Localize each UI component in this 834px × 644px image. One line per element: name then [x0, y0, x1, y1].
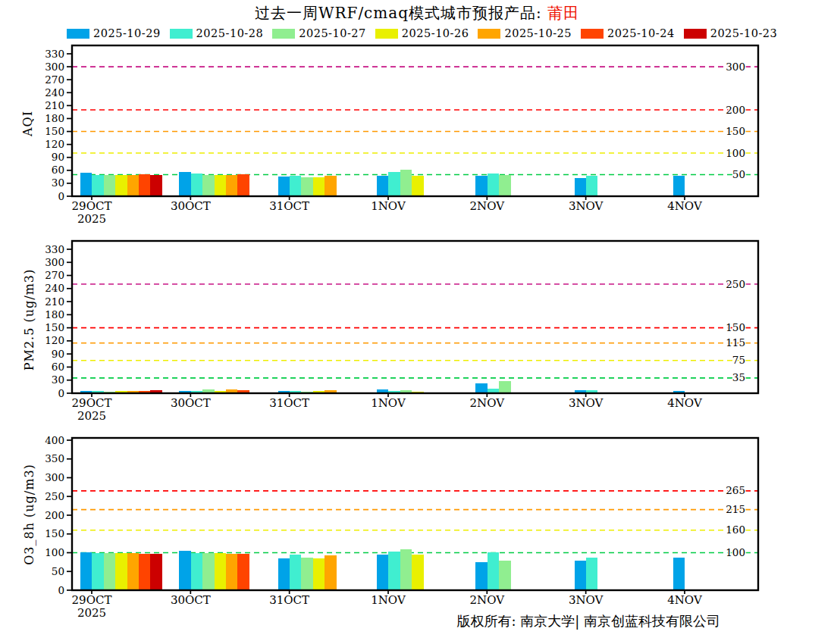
- bar-2025-10-25-29OCT: [127, 175, 139, 196]
- bar-2025-10-24-30OCT: [237, 174, 249, 196]
- ref-line-value: 150: [726, 321, 745, 333]
- ref-line-value: 250: [726, 278, 745, 290]
- bar-2025-10-27-2NOV: [499, 175, 510, 196]
- y-tick-label: 90: [52, 348, 64, 360]
- y-tick-label: 120: [45, 138, 64, 150]
- bar-2025-10-26-31OCT: [313, 558, 325, 590]
- ref-line-value: 35: [732, 371, 745, 383]
- y-tick-label: 30: [52, 374, 64, 386]
- bar-2025-10-25-31OCT: [325, 176, 336, 196]
- panel-pm2.5: 030609012015018021024027030033029OCT2025…: [22, 241, 758, 423]
- ref-line-value: 160: [726, 524, 745, 536]
- bar-2025-10-23-29OCT: [150, 554, 161, 590]
- y-tick-label: 120: [45, 334, 64, 346]
- copyright-text: 版权所有: 南京大学| 南京创蓝科技有限公司: [456, 612, 720, 630]
- bar-2025-10-28-1NOV: [388, 552, 400, 590]
- bar-2025-10-27-1NOV: [400, 170, 412, 196]
- ref-line-value: 100: [726, 147, 745, 159]
- bar-2025-10-29-2NOV: [475, 562, 487, 590]
- y-tick-label: 0: [58, 584, 64, 596]
- bar-2025-10-27-30OCT: [202, 175, 214, 196]
- y-tick-label: 400: [45, 434, 64, 446]
- bar-2025-10-28-31OCT: [290, 555, 301, 590]
- y-axis-title: O3_8h (ug/m3): [22, 464, 36, 565]
- x-tick-label: 3NOV: [569, 396, 604, 410]
- bar-2025-10-25-31OCT: [325, 555, 336, 590]
- x-tick-label: 31OCT: [269, 593, 309, 607]
- bar-2025-10-29-3NOV: [575, 561, 586, 590]
- y-tick-label: 240: [45, 86, 64, 98]
- x-tick-label: 30OCT: [171, 199, 211, 213]
- bar-2025-10-26-1NOV: [412, 176, 423, 196]
- plot-border: [72, 241, 758, 393]
- x-tick-label: 1NOV: [371, 396, 406, 410]
- bar-2025-10-29-1NOV: [377, 176, 388, 196]
- bar-2025-10-27-31OCT: [301, 558, 312, 590]
- x-tick-label: 3NOV: [569, 199, 604, 213]
- bar-2025-10-27-2NOV: [499, 381, 510, 393]
- y-tick-label: 180: [45, 308, 64, 320]
- bar-2025-10-24-29OCT: [139, 554, 150, 590]
- bar-2025-10-28-2NOV: [488, 174, 499, 196]
- y-tick-label: 250: [45, 490, 64, 502]
- y-tick-label: 210: [45, 99, 64, 111]
- y-tick-label: 330: [45, 243, 64, 255]
- bar-2025-10-26-30OCT: [215, 175, 226, 196]
- y-tick-label: 150: [45, 321, 64, 333]
- y-tick-label: 60: [52, 164, 64, 176]
- ref-line-value: 50: [732, 168, 745, 180]
- bar-2025-10-27-1NOV: [400, 549, 412, 590]
- y-tick-label: 300: [45, 61, 64, 73]
- y-tick-label: 150: [45, 527, 64, 539]
- bar-2025-10-29-29OCT: [80, 552, 92, 590]
- x-tick-label: 4NOV: [667, 396, 703, 410]
- bar-2025-10-29-3NOV: [575, 178, 586, 196]
- y-tick-label: 270: [45, 269, 64, 281]
- ref-line-value: 100: [726, 546, 745, 558]
- bar-2025-10-29-2NOV: [475, 383, 487, 393]
- bar-2025-10-27-2NOV: [499, 561, 510, 590]
- y-tick-label: 210: [45, 295, 64, 308]
- bar-2025-10-23-29OCT: [150, 175, 161, 196]
- x-tick-label: 4NOV: [667, 593, 703, 607]
- y-axis-title: PM2.5 (ug/m3): [22, 269, 36, 370]
- y-tick-label: 330: [45, 48, 64, 60]
- x-tick-label: 31OCT: [269, 396, 309, 410]
- plot-border: [72, 45, 758, 196]
- x-tick-label: 29OCT: [72, 593, 112, 607]
- x-year-label: 2025: [77, 212, 106, 226]
- bar-2025-10-29-4NOV: [673, 558, 685, 590]
- ref-line-value: 75: [732, 354, 745, 366]
- x-tick-label: 29OCT: [72, 199, 112, 213]
- bar-2025-10-26-31OCT: [313, 177, 325, 196]
- bar-2025-10-24-30OCT: [237, 554, 249, 590]
- bar-2025-10-29-29OCT: [80, 173, 92, 196]
- ref-line-value: 300: [726, 61, 745, 73]
- bar-2025-10-28-29OCT: [92, 175, 103, 196]
- bar-2025-10-28-3NOV: [586, 558, 597, 590]
- y-tick-label: 30: [52, 177, 64, 189]
- y-axis-title: AQI: [20, 111, 35, 137]
- forecast-page: 过去一周WRF/cmaq模式城市预报产品: 莆田 2025-10-292025-…: [0, 0, 834, 644]
- bar-2025-10-28-1NOV: [388, 172, 400, 196]
- ref-line-value: 115: [726, 336, 745, 349]
- y-tick-label: 150: [45, 125, 64, 137]
- panel-aqi: 030609012015018021024027030033029OCT2025…: [20, 45, 758, 226]
- x-tick-label: 4NOV: [667, 199, 703, 213]
- y-tick-label: 60: [52, 361, 64, 373]
- y-tick-label: 350: [45, 452, 64, 464]
- x-tick-label: 2NOV: [470, 199, 506, 213]
- bar-2025-10-25-30OCT: [226, 175, 237, 196]
- x-tick-label: 30OCT: [171, 593, 211, 607]
- ref-line-value: 200: [726, 104, 745, 116]
- x-tick-label: 2NOV: [470, 593, 506, 607]
- y-tick-label: 270: [45, 73, 64, 86]
- y-tick-label: 240: [45, 282, 64, 294]
- bar-2025-10-27-31OCT: [301, 177, 312, 196]
- bar-2025-10-28-30OCT: [191, 553, 202, 591]
- ref-line-value: 150: [726, 125, 745, 137]
- y-tick-label: 100: [45, 546, 64, 558]
- forecast-charts: 030609012015018021024027030033029OCT2025…: [0, 0, 834, 644]
- bar-2025-10-27-29OCT: [104, 175, 115, 196]
- bar-2025-10-25-30OCT: [226, 554, 237, 590]
